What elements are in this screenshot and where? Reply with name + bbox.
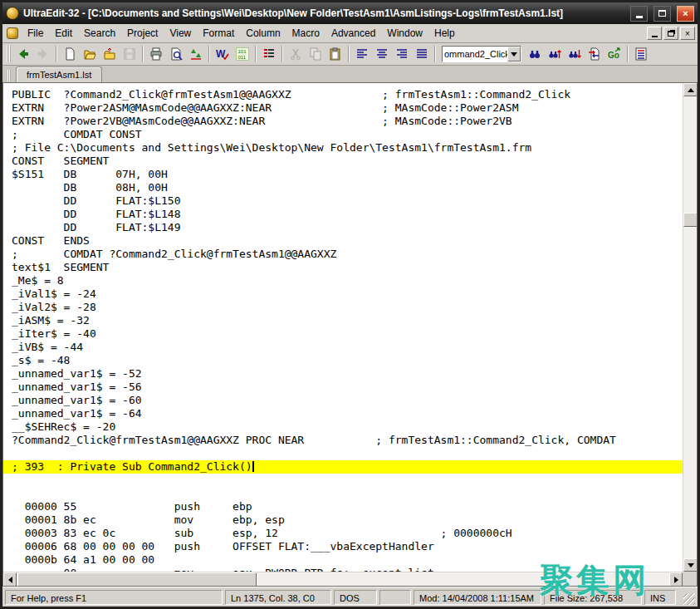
menu-item-advanced[interactable]: Advanced [326, 26, 381, 41]
find-what-combobox[interactable]: ommand2_Click [442, 46, 521, 62]
status-help-text: For Help, press F1 [5, 590, 223, 605]
mdi-restore-button[interactable] [663, 27, 678, 40]
menu-item-edit[interactable]: Edit [49, 26, 78, 41]
svg-text:101: 101 [238, 49, 247, 54]
horizontal-scroll-thumb[interactable] [17, 572, 257, 587]
resize-grip[interactable] [678, 590, 695, 605]
combobox-dropdown-button[interactable] [507, 47, 521, 61]
document-system-menu-icon[interactable] [7, 27, 18, 39]
code-line: _iVal2$ = -28 [3, 301, 683, 314]
justify-button[interactable] [412, 45, 432, 64]
window-title: UltraEdit-32 - [C:\Documents and Setting… [23, 7, 624, 19]
toolbar-separator [255, 46, 257, 62]
new-file-button[interactable] [60, 45, 80, 64]
tabbar-grip[interactable] [7, 70, 11, 81]
toolbar-separator [434, 46, 436, 62]
editor-pane: PUBLIC ?Command2_Click@frmTestAsm1@@AAGX… [2, 82, 698, 587]
highlighted-code-line: ; 393 : Private Sub Command2_Click() [3, 460, 683, 474]
print-preview-button[interactable] [166, 45, 186, 64]
find-next-button[interactable] [565, 45, 585, 64]
vertical-scrollbar[interactable] [683, 83, 697, 572]
toolbar-separator [627, 46, 629, 62]
menu-item-format[interactable]: Format [197, 26, 240, 41]
maximize-button[interactable] [653, 6, 671, 22]
menu-item-project[interactable]: Project [121, 26, 164, 41]
status-caret-position: Ln 1375, Col. 38, C0 [225, 590, 331, 605]
scroll-left-button[interactable] [3, 572, 17, 587]
menu-item-file[interactable]: File [22, 26, 49, 41]
open-file-button[interactable] [80, 45, 100, 64]
align-center-button[interactable] [372, 45, 392, 64]
code-line: DD FLAT:$L148 [3, 208, 683, 221]
code-line: _unnamed_var1$ = -52 [3, 367, 683, 381]
spell-icon: W [216, 47, 229, 61]
toolbar-grip[interactable] [7, 46, 11, 62]
menu-item-column[interactable]: Column [240, 26, 286, 41]
code-line: CONST ENDS [3, 234, 683, 248]
vertical-scroll-thumb[interactable] [683, 213, 698, 227]
editor-text-area[interactable]: PUBLIC ?Command2_Click@frmTestAsm1@@AAGX… [3, 83, 683, 572]
cut-button [286, 45, 306, 64]
print-icon [149, 47, 163, 61]
save-button [120, 45, 140, 64]
find-button[interactable] [525, 45, 545, 64]
toolbar-separator [56, 46, 57, 62]
menu-item-help[interactable]: Help [428, 26, 461, 41]
scrollbar-corner [683, 572, 697, 586]
goto-button[interactable]: Go [605, 45, 624, 64]
alignR-icon [395, 47, 409, 61]
status-spare-panel [379, 590, 411, 605]
toolbar-separator [208, 46, 210, 62]
horizontal-scrollbar[interactable] [3, 572, 683, 586]
paste-icon [329, 47, 342, 61]
function-list-button[interactable] [259, 45, 279, 64]
toolbar-separator [142, 46, 144, 62]
findup-icon [548, 47, 561, 61]
svg-text:Go: Go [608, 51, 619, 60]
align-left-button[interactable] [352, 45, 372, 64]
back-button[interactable] [13, 45, 33, 64]
spell-check-button[interactable]: W [213, 45, 233, 64]
paste-button[interactable] [326, 45, 345, 64]
minimize-button[interactable] [630, 6, 648, 22]
status-file-size: File Size: 267,538 [544, 590, 642, 605]
menu-item-search[interactable]: Search [78, 26, 121, 41]
menu-item-macro[interactable]: Macro [286, 26, 326, 41]
menu-item-window[interactable]: Window [381, 26, 428, 41]
scroll-up-icon [688, 85, 694, 92]
hex-edit-button[interactable]: 101011 [233, 45, 252, 64]
code-line: __$SEHRec$ = -20 [3, 420, 683, 434]
mdi-close-button[interactable]: × [680, 27, 695, 40]
alignJ-icon [415, 47, 428, 61]
copy-button [306, 45, 326, 64]
code-line: EXTRN ?Power2VB@MAsmCode@@AAGXXZ:NEAR ; … [3, 115, 683, 128]
menu-item-view[interactable]: View [164, 26, 197, 41]
scroll-down-button[interactable] [683, 558, 698, 572]
funclist-icon [262, 47, 276, 61]
minimize-icon [636, 16, 643, 18]
find-prev-button[interactable] [545, 45, 565, 64]
close-button[interactable]: × [677, 6, 694, 22]
status-modified-time: Mod: 14/04/2008 1:11:15AM [414, 590, 541, 605]
scroll-right-button[interactable] [669, 572, 683, 587]
find-what-value[interactable]: ommand2_Click [443, 47, 507, 61]
html-list-button[interactable] [631, 45, 651, 64]
code-line: _unnamed_var1$ = -60 [3, 394, 683, 407]
scroll-right-icon [674, 577, 682, 583]
close-file-button[interactable] [100, 45, 120, 64]
chevron-down-icon [511, 52, 517, 60]
tab-frmtestasm1[interactable]: frmTestAsm1.lst [16, 66, 102, 82]
align-right-button[interactable] [392, 45, 412, 64]
code-line: 0000b 64 a1 00 00 00 [3, 553, 683, 567]
maximize-icon [658, 10, 666, 17]
ultraedit-app-icon[interactable] [6, 7, 19, 20]
scroll-down-icon [688, 563, 694, 571]
replace-button[interactable] [585, 45, 605, 64]
print-button[interactable] [146, 45, 166, 64]
svg-text:011: 011 [238, 55, 247, 60]
compare-files-button[interactable] [186, 45, 206, 64]
mdi-minimize-button[interactable] [647, 27, 662, 40]
scroll-up-button[interactable] [683, 83, 698, 96]
code-line: 00006 68 00 00 00 00 push OFFSET FLAT:__… [3, 540, 683, 553]
htmllist-icon [634, 47, 648, 61]
